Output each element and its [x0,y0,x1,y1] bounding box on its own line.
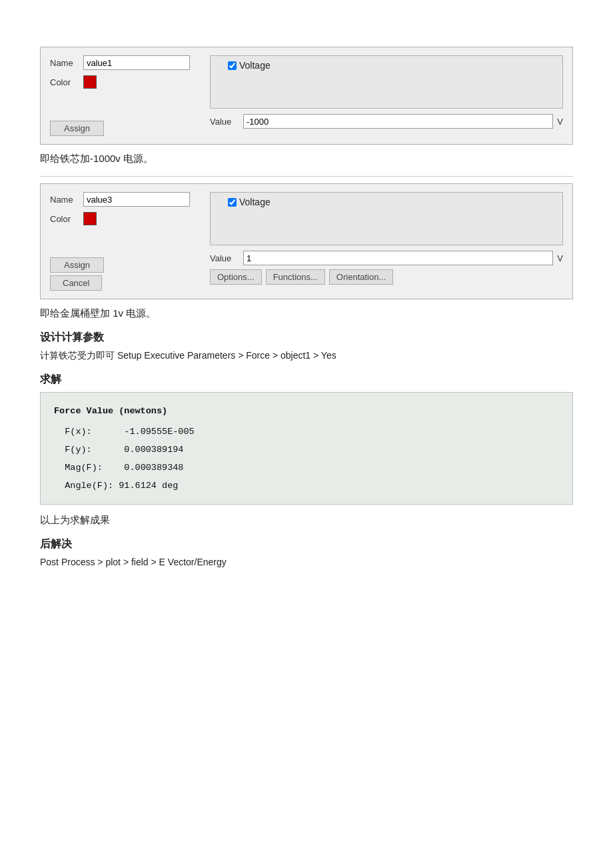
value-input-1[interactable] [243,114,553,129]
color-swatch-1[interactable] [83,75,97,89]
value-label-1: Value [210,117,243,127]
code-angle: Angle(F): 91.6124 deg [54,477,559,495]
unit-label-2: V [557,253,563,263]
code-title: Force Value (newtons) [54,402,559,420]
text-paragraph-2: 即给金属桶壁加 1v 电源。 [40,307,573,320]
text-paragraph-3: 以上为求解成果 [40,514,573,527]
functions-button[interactable]: Functions... [266,269,325,285]
name-label-2: Name [50,195,83,205]
value-label-2: Value [210,253,243,263]
assign-button-1[interactable]: Assign [50,121,104,136]
voltage-checkbox-2[interactable] [228,198,237,207]
color-swatch-2[interactable] [83,212,97,225]
color-label-1: Color [50,77,83,87]
assign-button-2[interactable]: Assign [50,257,104,273]
orientation-button[interactable]: Orientation... [329,269,393,285]
section-heading-3: 后解决 [40,537,573,551]
instruction-prefix: 计算铁芯受力即可 [40,350,117,361]
panel-voltage-1: Name Color Assign Voltage Value V [40,47,573,145]
name-input-1[interactable] [83,55,190,70]
code-mag: Mag(F): 0.000389348 [54,459,559,477]
instruction-path: Setup Executive Parameters > Force > obj… [117,350,336,361]
color-label-2: Color [50,214,83,224]
voltage-checkbox-1[interactable] [228,61,237,70]
value-input-2[interactable] [243,251,553,265]
post-process-text: Post Process > plot > field > E Vector/E… [40,557,573,567]
section-heading-2: 求解 [40,373,573,387]
options-button[interactable]: Options... [210,269,262,285]
instruction-text: 计算铁芯受力即可 Setup Executive Parameters > Fo… [40,350,573,362]
voltage-label-2: Voltage [239,197,271,207]
unit-label-1: V [557,117,563,127]
voltage-label-1: Voltage [239,60,271,71]
panel-voltage-2: Name Color Assign Cancel Voltage Value [40,183,573,299]
code-fy: F(y): 0.000389194 [54,441,559,459]
code-block: Force Value (newtons) F(x): -1.09555E-00… [40,392,573,505]
section-heading-1: 设计计算参数 [40,331,573,345]
name-label-1: Name [50,58,83,68]
divider-1 [40,176,573,177]
cancel-button-2[interactable]: Cancel [50,275,102,291]
code-fx: F(x): -1.09555E-005 [54,423,559,441]
text-paragraph-1: 即给铁芯加-1000v 电源。 [40,153,573,165]
name-input-2[interactable] [83,192,190,207]
